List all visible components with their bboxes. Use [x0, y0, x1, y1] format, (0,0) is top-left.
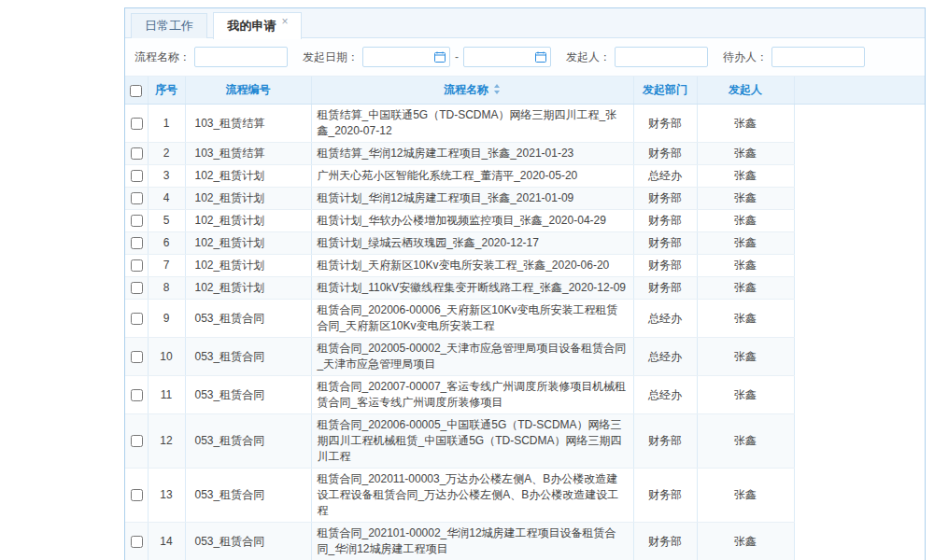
filter-process-name: 流程名称： — [134, 47, 288, 67]
row-select-cell — [125, 210, 148, 232]
row-name: 租赁计划_绿城云栖玫瑰园_张鑫_2020-12-17 — [311, 232, 633, 255]
row-checkbox[interactable] — [131, 147, 143, 160]
col-header-name-label: 流程名称 — [444, 83, 488, 96]
filter-assignee: 待办人： — [723, 47, 865, 67]
row-checkbox[interactable] — [131, 282, 143, 294]
row-checkbox[interactable] — [131, 389, 143, 401]
table-row[interactable]: 2 103_租赁结算 租赁结算_华润12城房建工程项目_张鑫_2021-01-2… — [125, 143, 925, 165]
row-empty-cell — [794, 376, 925, 414]
initiator-label: 发起人： — [566, 49, 611, 65]
filter-initiator: 发起人： — [566, 47, 708, 67]
row-empty-cell — [794, 255, 925, 277]
row-index: 2 — [148, 143, 185, 165]
row-select-cell — [125, 376, 148, 414]
row-dept: 财务部 — [633, 143, 697, 165]
row-select-cell — [125, 338, 148, 376]
row-checkbox[interactable] — [131, 170, 143, 182]
row-index: 11 — [148, 376, 185, 414]
row-code: 053_租赁合同 — [185, 414, 311, 469]
row-code: 102_租赁计划 — [185, 165, 311, 188]
tab-bar: 日常工作 我的申请× — [125, 8, 925, 38]
tab-my-applications[interactable]: 我的申请× — [213, 12, 302, 39]
row-name: 租赁计划_天府新区10Kv变电所安装工程_张鑫_2020-06-20 — [311, 255, 633, 277]
row-checkbox[interactable] — [131, 313, 143, 325]
row-initiator: 张鑫 — [697, 255, 794, 277]
row-name: 租赁计划_110kV安徽线程集变开断线路工程_张鑫_2020-12-09 — [311, 277, 633, 300]
col-header-name[interactable]: 流程名称 — [311, 77, 633, 105]
row-initiator: 张鑫 — [697, 300, 794, 338]
select-all-checkbox[interactable] — [130, 85, 142, 97]
table-row[interactable]: 4 102_租赁计划 租赁计划_华润12城房建工程项目_张鑫_2021-01-0… — [125, 188, 925, 210]
row-select-cell — [125, 143, 148, 165]
row-name: 租赁合同_202005-00002_天津市应急管理局项目设备租赁合同_天津市应急… — [311, 338, 633, 376]
initiator-input[interactable] — [615, 47, 708, 67]
table-row[interactable]: 7 102_租赁计划 租赁计划_天府新区10Kv变电所安装工程_张鑫_2020-… — [125, 255, 925, 277]
row-select-cell — [125, 165, 148, 188]
row-checkbox[interactable] — [131, 259, 143, 272]
row-select-cell — [125, 105, 148, 143]
row-checkbox[interactable] — [131, 118, 143, 130]
row-checkbox[interactable] — [131, 351, 143, 363]
table-row[interactable]: 9 053_租赁合同 租赁合同_202006-00006_天府新区10Kv变电所… — [125, 300, 925, 338]
row-checkbox[interactable] — [131, 237, 143, 249]
calendar-icon[interactable] — [535, 51, 546, 63]
row-dept: 财务部 — [633, 277, 697, 300]
row-dept: 财务部 — [633, 469, 697, 523]
row-initiator: 张鑫 — [697, 232, 794, 255]
table-body: 1 103_租赁结算 租赁结算_中国联通5G（TD-SCDMA）网络三期四川工程… — [125, 105, 925, 560]
row-index: 10 — [148, 338, 185, 376]
row-checkbox[interactable] — [131, 215, 143, 227]
sort-icon[interactable] — [493, 84, 501, 94]
process-name-input[interactable] — [194, 47, 288, 67]
row-name: 租赁结算_华润12城房建工程项目_张鑫_2021-01-23 — [311, 143, 633, 165]
row-checkbox[interactable] — [131, 435, 143, 447]
row-select-cell — [125, 300, 148, 338]
tab-daily-work-label: 日常工作 — [145, 19, 193, 33]
row-dept: 财务部 — [633, 210, 697, 232]
row-checkbox[interactable] — [131, 536, 143, 548]
table-row[interactable]: 12 053_租赁合同 租赁合同_202006-00005_中国联通5G（TD-… — [125, 414, 925, 469]
row-code: 102_租赁计划 — [185, 255, 311, 277]
row-checkbox[interactable] — [131, 489, 143, 501]
row-initiator: 张鑫 — [697, 105, 794, 143]
row-checkbox[interactable] — [131, 192, 143, 204]
table-row[interactable]: 13 053_租赁合同 租赁合同_202011-00003_万达办公楼左侧A、B… — [125, 469, 925, 523]
row-select-cell — [125, 414, 148, 469]
col-header-select — [125, 77, 148, 105]
row-index: 1 — [148, 105, 185, 143]
row-code: 053_租赁合同 — [185, 300, 311, 338]
row-initiator: 张鑫 — [697, 143, 794, 165]
table-row[interactable]: 8 102_租赁计划 租赁计划_110kV安徽线程集变开断线路工程_张鑫_202… — [125, 277, 925, 300]
table-row[interactable]: 14 053_租赁合同 租赁合同_202101-00002_华润12城房建工程项… — [125, 523, 925, 560]
assignee-input[interactable] — [771, 47, 865, 67]
calendar-icon[interactable] — [434, 51, 446, 63]
row-initiator: 张鑫 — [697, 376, 794, 414]
row-empty-cell — [794, 143, 925, 165]
row-empty-cell — [794, 469, 925, 523]
row-index: 5 — [148, 210, 185, 232]
table-row[interactable]: 5 102_租赁计划 租赁计划_华软办公楼增加视频监控项目_张鑫_2020-04… — [125, 210, 925, 232]
table-row[interactable]: 11 053_租赁合同 租赁合同_202007-00007_客运专线广州调度所装… — [125, 376, 925, 414]
table-row[interactable]: 10 053_租赁合同 租赁合同_202005-00002_天津市应急管理局项目… — [125, 338, 925, 376]
row-empty-cell — [794, 300, 925, 338]
row-name: 租赁计划_华润12城房建工程项目_张鑫_2021-01-09 — [311, 188, 633, 210]
close-icon[interactable]: × — [281, 15, 288, 28]
table-row[interactable]: 6 102_租赁计划 租赁计划_绿城云栖玫瑰园_张鑫_2020-12-17 财务… — [125, 232, 925, 255]
row-empty-cell — [794, 523, 925, 560]
row-name: 租赁结算_中国联通5G（TD-SCDMA）网络三期四川工程_张鑫_2020-07… — [311, 105, 633, 143]
row-dept: 财务部 — [633, 105, 697, 143]
row-dept: 总经办 — [633, 165, 697, 188]
row-code: 102_租赁计划 — [185, 232, 311, 255]
row-empty-cell — [794, 414, 925, 469]
table-row[interactable]: 1 103_租赁结算 租赁结算_中国联通5G（TD-SCDMA）网络三期四川工程… — [125, 105, 925, 143]
row-dept: 财务部 — [633, 188, 697, 210]
start-date-label: 发起日期： — [303, 49, 359, 65]
row-index: 12 — [148, 414, 185, 469]
row-initiator: 张鑫 — [697, 188, 794, 210]
row-dept: 财务部 — [633, 414, 697, 469]
row-name: 广州天心苑小区智能化系统工程_董清平_2020-05-20 — [311, 165, 633, 188]
row-select-cell — [125, 523, 148, 560]
date-range-separator: - — [455, 50, 459, 63]
table-row[interactable]: 3 102_租赁计划 广州天心苑小区智能化系统工程_董清平_2020-05-20… — [125, 165, 925, 188]
tab-daily-work[interactable]: 日常工作 — [131, 13, 207, 38]
